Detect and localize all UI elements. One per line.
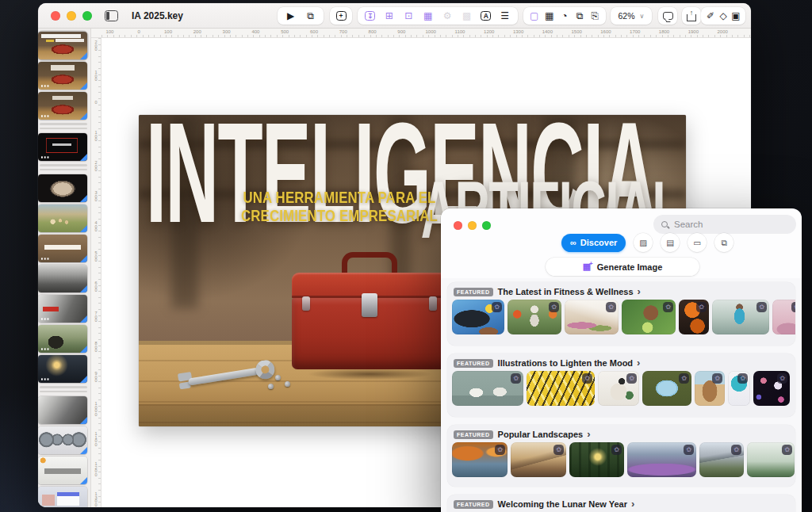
slide-thumb-1[interactable] <box>38 32 87 59</box>
favorite-star-badge[interactable]: ✩ <box>511 373 521 384</box>
skipped-slides-separator[interactable] <box>38 384 90 395</box>
traffic-light[interactable] <box>67 11 76 21</box>
thumb-man-treadmill[interactable]: ✩ <box>712 300 769 334</box>
thumb-blue-lake-blob[interactable]: ✩ <box>642 371 691 406</box>
thumb-space-rocket[interactable]: ✩ <box>753 371 790 406</box>
photos-tab[interactable]: ▨ <box>634 233 653 252</box>
favorite-star-badge[interactable]: ✩ <box>791 302 795 312</box>
favorite-star-badge[interactable]: ✩ <box>712 373 722 384</box>
slide-subtitle[interactable]: UNA HERRAMIENTA PARA EL CRECIMIENTO EMPR… <box>216 188 463 224</box>
favorite-star-badge[interactable]: ✩ <box>626 373 637 384</box>
search-field[interactable] <box>653 215 796 234</box>
thumb-camel-face[interactable]: ✩ <box>695 371 725 406</box>
slide-thumb-4[interactable] <box>38 133 87 161</box>
grid-icon[interactable]: ▩ <box>462 7 473 25</box>
slide-thumb-6[interactable] <box>38 204 87 232</box>
thumb-lupine-field[interactable]: ✩ <box>627 442 696 477</box>
favorite-star-badge[interactable]: ✩ <box>777 373 787 384</box>
slide-thumb-14[interactable] <box>38 457 87 484</box>
favorite-star-badge[interactable]: ✩ <box>606 302 616 312</box>
thumb-teal-balloon[interactable]: ✩ <box>728 371 750 406</box>
generate-image-button[interactable]: ▦ + Generate Image <box>546 258 699 276</box>
shape-icon[interactable]: ▢ <box>529 7 540 25</box>
chart-icon[interactable]: ◔ <box>559 7 570 25</box>
attach-icon[interactable]: ⎘ <box>589 7 600 25</box>
share-button[interactable]: ↑ <box>682 7 701 25</box>
favorite-star-badge[interactable]: ✩ <box>549 302 559 312</box>
traffic-light[interactable] <box>482 221 491 230</box>
favorite-star-badge[interactable]: ✩ <box>495 445 505 455</box>
format-brush-icon[interactable]: ✐ <box>705 7 716 25</box>
zoom-dropdown[interactable]: 62% ∨ <box>611 7 652 25</box>
shapes-tab[interactable]: ⧉ <box>714 233 733 252</box>
videos-tab[interactable]: ▭ <box>688 233 707 252</box>
thumb-autumn-lake[interactable]: ✩ <box>452 442 508 477</box>
traffic-light[interactable] <box>468 221 477 230</box>
slide-thumb-3[interactable] <box>38 92 87 120</box>
animate-icon[interactable]: ◇ <box>718 7 729 25</box>
favorite-star-badge[interactable]: ✩ <box>696 302 707 312</box>
favorite-star-badge[interactable]: ✩ <box>731 445 741 455</box>
sidebar-toggle-icon[interactable] <box>105 10 118 21</box>
document-icon[interactable]: ▣ <box>730 7 741 25</box>
skipped-slides-separator[interactable] <box>38 120 90 132</box>
slide-thumb-10[interactable] <box>38 325 87 353</box>
magic-style-icon[interactable]: ⚙ <box>442 7 453 25</box>
favorite-star-badge[interactable]: ✩ <box>492 302 502 312</box>
thumb-yellow-swirls[interactable]: ✩ <box>527 371 595 406</box>
section-header[interactable]: FEATURED Popular Landscapes › <box>447 425 795 442</box>
slide-thumb-8[interactable] <box>38 265 87 292</box>
search-input[interactable] <box>672 219 776 230</box>
insert-image-icon[interactable]: ⊡ <box>403 7 414 25</box>
thumb-pink-workout[interactable]: ✩ <box>772 300 795 334</box>
tab-discover[interactable]: ∞ Discover <box>561 234 626 252</box>
thumb-pickleball[interactable]: ✩ <box>452 300 504 334</box>
skipped-slides-separator[interactable] <box>38 162 90 173</box>
favorite-star-badge[interactable]: ✩ <box>737 373 748 384</box>
favorite-star-badge[interactable]: ✩ <box>679 373 689 384</box>
slide-thumb-7[interactable] <box>38 235 87 262</box>
comment-button[interactable] <box>658 7 677 25</box>
slide-thumb-2[interactable] <box>38 62 87 90</box>
slide-thumb-9[interactable] <box>38 295 87 323</box>
thumb-mountain-ridge[interactable]: ✩ <box>699 442 744 477</box>
section-header[interactable]: FEATURED The Latest in Fitness & Wellnes… <box>447 282 795 300</box>
list-icon[interactable]: ☰ <box>500 7 511 25</box>
favorite-star-badge[interactable]: ✩ <box>663 302 673 312</box>
thumb-misty-mountains[interactable]: ✩ <box>511 442 566 477</box>
thumb-foggy-hills[interactable]: ✩ <box>747 442 795 477</box>
thumb-yoga-mats[interactable]: ✩ <box>565 300 619 334</box>
slide-thumb-13[interactable] <box>38 426 87 454</box>
play-in-window-icon[interactable]: ⧉ <box>305 7 316 25</box>
text-box-icon[interactable]: A <box>481 11 491 21</box>
insert-template-icon[interactable]: ↧ <box>365 11 375 21</box>
traffic-light[interactable] <box>51 11 60 21</box>
favorite-star-badge[interactable]: ✩ <box>756 302 767 312</box>
insert-gallery-icon[interactable]: ▦ <box>423 7 434 25</box>
favorite-star-badge[interactable]: ✩ <box>611 445 622 455</box>
table-icon[interactable]: ▦ <box>544 7 555 25</box>
traffic-light[interactable] <box>454 221 462 230</box>
thumb-tai-chi-group[interactable]: ✩ <box>508 300 561 334</box>
new-slide-purple-icon[interactable]: ⊞ <box>384 7 395 25</box>
add-slide-icon[interactable]: + <box>336 11 347 21</box>
thumb-orange-gym-balls[interactable]: ✩ <box>679 300 709 334</box>
thumb-two-boats[interactable]: ✩ <box>452 371 523 406</box>
favorite-star-badge[interactable]: ✩ <box>553 445 564 455</box>
traffic-light[interactable] <box>82 11 92 21</box>
slide-thumb-15[interactable] <box>38 487 87 508</box>
media-icon[interactable]: ⧉ <box>574 7 585 25</box>
section-header[interactable]: FEATURED Welcoming the Lunar New Year › <box>447 495 795 512</box>
slide-thumb-11[interactable] <box>38 355 87 383</box>
thumb-dog-sunglasses[interactable]: ✩ <box>598 371 639 406</box>
play-icon[interactable]: ▶ <box>285 7 297 25</box>
favorite-star-badge[interactable]: ✩ <box>582 373 592 384</box>
graphics-tab[interactable]: ▤ <box>661 233 680 252</box>
slide-thumb-5[interactable] <box>38 174 87 202</box>
favorite-star-badge[interactable]: ✩ <box>782 445 792 455</box>
thumb-sunlit-forest[interactable]: ✩ <box>569 442 624 477</box>
section-header[interactable]: FEATURED Illustrations to Lighten the Mo… <box>447 353 795 371</box>
thumb-woman-green-juice[interactable]: ✩ <box>622 300 676 334</box>
favorite-star-badge[interactable]: ✩ <box>684 445 694 455</box>
slide-thumb-12[interactable] <box>38 396 87 424</box>
